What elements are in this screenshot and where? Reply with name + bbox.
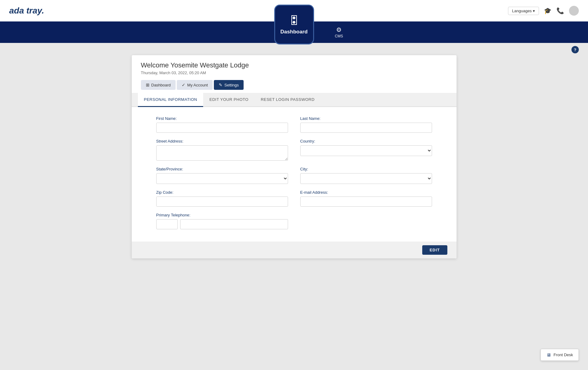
form-row-name: First Name: Last Name:	[156, 116, 432, 133]
state-label: State/Province:	[156, 167, 288, 171]
tab-reset-login-password[interactable]: RESET LOGIN PASSWORD	[255, 93, 321, 107]
top-right-controls: Languages ▾ 🎓 📞	[508, 6, 579, 16]
form-group-first-name: First Name:	[156, 116, 288, 133]
phone-icon[interactable]: 📞	[556, 7, 564, 14]
form-group-email: E-mail Address:	[300, 190, 432, 207]
breadcrumb-dashboard[interactable]: ⊞ Dashboard	[141, 80, 176, 90]
logo-text: ada tray.	[9, 6, 44, 16]
breadcrumb-settings-label: Settings	[224, 83, 239, 87]
breadcrumb-my-account-label: My Account	[187, 83, 208, 87]
cms-label: CMS	[335, 34, 343, 38]
form-group-zip: Zip Code:	[156, 190, 288, 207]
form-row-address-country: Street Address: Country:	[156, 139, 432, 161]
email-input[interactable]	[300, 196, 432, 207]
form-group-state: State/Province:	[156, 167, 288, 184]
card-header: Welcome Yosemite Westgate Lodge Thursday…	[132, 55, 457, 93]
inner-tabs: PERSONAL INFORMATION EDIT YOUR PHOTO RES…	[132, 93, 457, 107]
welcome-date: Thursday, March 03, 2022, 05:20 AM	[141, 71, 447, 75]
cms-icon: ⚙	[336, 26, 342, 33]
telephone-label: Primary Telephone:	[156, 213, 288, 217]
welcome-title: Welcome Yosemite Westgate Lodge	[141, 61, 447, 69]
telephone-row	[156, 219, 288, 229]
dashboard-nav-item[interactable]: 🎛 Dashboard	[274, 5, 314, 44]
front-desk-button[interactable]: 🖥 Front Desk	[541, 349, 579, 361]
main-card: Welcome Yosemite Westgate Lodge Thursday…	[132, 55, 457, 258]
zip-input[interactable]	[156, 196, 288, 207]
nav-bar: 🎛 Dashboard ⚙ CMS	[0, 21, 588, 43]
form-group-empty	[300, 213, 432, 229]
front-desk-label: Front Desk	[553, 353, 573, 357]
tab-personal-information[interactable]: PERSONAL INFORMATION	[138, 93, 203, 107]
last-name-input[interactable]	[300, 123, 432, 133]
city-label: City:	[300, 167, 432, 171]
settings-bc-icon: ✎	[219, 82, 222, 87]
form-group-street-address: Street Address:	[156, 139, 288, 161]
zip-label: Zip Code:	[156, 190, 288, 195]
form-row-state-city: State/Province: City:	[156, 167, 432, 184]
dashboard-bc-icon: ⊞	[146, 82, 150, 87]
telephone-number-input[interactable]	[180, 219, 288, 229]
email-label: E-mail Address:	[300, 190, 432, 195]
breadcrumb-dashboard-label: Dashboard	[151, 83, 171, 87]
country-label: Country:	[300, 139, 432, 143]
tab-edit-your-photo[interactable]: EDIT YOUR PHOTO	[203, 93, 254, 107]
breadcrumb-nav: ⊞ Dashboard ✓ My Account ✎ Settings	[141, 80, 447, 90]
graduation-cap-icon[interactable]: 🎓	[544, 7, 552, 14]
my-account-bc-icon: ✓	[182, 82, 185, 87]
card-footer: EDIT	[132, 242, 457, 258]
city-select[interactable]	[300, 173, 432, 184]
avatar[interactable]	[569, 6, 579, 16]
first-name-label: First Name:	[156, 116, 288, 121]
telephone-code-input[interactable]	[156, 219, 178, 229]
front-desk-icon: 🖥	[546, 352, 551, 357]
first-name-input[interactable]	[156, 123, 288, 133]
street-address-label: Street Address:	[156, 139, 288, 143]
breadcrumb-settings[interactable]: ✎ Settings	[214, 80, 244, 90]
main-content: Welcome Yosemite Westgate Lodge Thursday…	[126, 43, 463, 271]
form-row-telephone: Primary Telephone:	[156, 213, 432, 229]
form-row-zip-email: Zip Code: E-mail Address:	[156, 190, 432, 207]
languages-button[interactable]: Languages ▾	[508, 7, 539, 15]
dashboard-label: Dashboard	[280, 29, 308, 35]
form-group-telephone: Primary Telephone:	[156, 213, 288, 229]
form-section: First Name: Last Name: Street Address: C…	[132, 107, 457, 242]
form-group-last-name: Last Name:	[300, 116, 432, 133]
country-select[interactable]	[300, 145, 432, 156]
edit-button[interactable]: EDIT	[422, 245, 447, 255]
last-name-label: Last Name:	[300, 116, 432, 121]
form-group-country: Country:	[300, 139, 432, 161]
cms-nav-item[interactable]: ⚙ CMS	[335, 26, 343, 38]
form-group-city: City:	[300, 167, 432, 184]
state-select[interactable]	[156, 173, 288, 184]
dashboard-icon: 🎛	[289, 14, 300, 27]
street-address-input[interactable]	[156, 145, 288, 161]
help-button[interactable]: ?	[571, 46, 579, 53]
breadcrumb-my-account[interactable]: ✓ My Account	[177, 80, 213, 90]
logo: ada tray.	[9, 6, 44, 16]
